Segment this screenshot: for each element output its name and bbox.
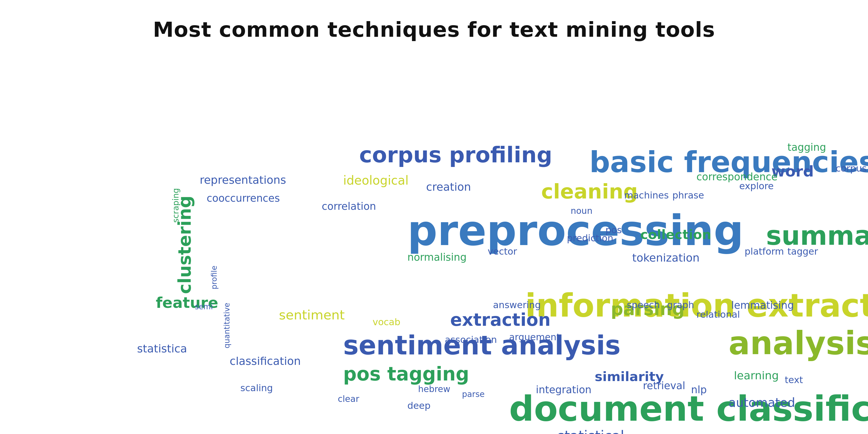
word-item: phrase [673, 191, 704, 200]
word-item: sentiment [279, 308, 345, 321]
word-item: relational [696, 310, 740, 319]
word-item: graph [667, 300, 694, 310]
word-item: noun [570, 207, 592, 215]
word-item: profile [211, 265, 218, 289]
word-item: representations [199, 175, 286, 185]
word-item: cooccurrences [207, 193, 280, 204]
word-item: platform [745, 247, 784, 256]
word-item: pos tagging [343, 365, 469, 383]
word-item: corpus [836, 164, 867, 173]
word-item: cleaning [541, 181, 638, 202]
word-item: vocab [373, 317, 400, 327]
word-item: explore [739, 181, 774, 191]
word-item: statistica [137, 343, 187, 354]
word-item: nlp [691, 385, 707, 395]
word-item: extraction [450, 311, 551, 329]
word-item: normalising [407, 252, 467, 262]
word-item: tokenization [632, 252, 700, 263]
wordcloud-container: preprocessinginformation extractiondocum… [0, 42, 868, 432]
word-item: text [785, 375, 803, 384]
word-item: word [771, 164, 814, 179]
word-item: document classification [509, 392, 868, 426]
word-item: arguement [509, 333, 560, 342]
chart-title: Most common techniques for text mining t… [0, 0, 868, 42]
word-item: vector [488, 247, 517, 256]
word-item: statistical [557, 429, 624, 434]
word-item: learning [734, 370, 779, 381]
word-item: retrieval [643, 381, 685, 391]
word-item: hebrew [418, 385, 450, 394]
word-item: collection [640, 228, 711, 241]
word-item: ideological [343, 175, 408, 187]
word-item: clear [338, 395, 359, 403]
word-item: tagging [787, 142, 826, 153]
word-item: creation [426, 181, 471, 192]
word-item: machines [624, 191, 669, 200]
word-item: automated [728, 397, 795, 409]
word-item: tagger [787, 247, 818, 256]
word-item: prediction [567, 234, 613, 243]
word-item: speech [627, 300, 660, 310]
word-item: summarisation [766, 223, 868, 249]
word-item: deep [407, 401, 431, 410]
word-item: scraping [172, 188, 180, 223]
word-item: answering [493, 300, 541, 310]
word-item: corpus profiling [359, 144, 552, 166]
word-item: scaling [241, 383, 273, 393]
word-item: lemmatising [731, 300, 794, 310]
word-item: semi [195, 303, 213, 310]
word-item: correlation [322, 202, 376, 212]
word-item: analysis [728, 327, 868, 359]
word-item: integration [536, 385, 591, 395]
word-item: quantitative [223, 303, 230, 348]
word-item: association [445, 335, 497, 344]
word-item: parse [462, 390, 485, 398]
word-item: classification [230, 355, 301, 367]
